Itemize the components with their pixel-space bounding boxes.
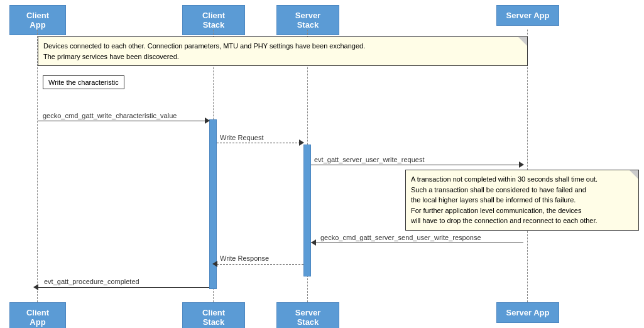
server-app-top-box: Server App [496, 5, 559, 26]
server-stack-bottom-box: Server Stack [276, 302, 339, 328]
connection-note: Devices connected to each other. Connect… [38, 36, 528, 66]
client-stack-top-box: Client Stack [182, 5, 245, 35]
client-stack-bottom-box: Client Stack [182, 302, 245, 328]
arrow6-label: evt_gatt_procedure_completed [44, 278, 139, 285]
client-app-bottom-box: Client App [9, 302, 66, 328]
arrow1-head [205, 118, 210, 124]
client-app-lifeline [37, 30, 38, 302]
timeout-note: A transaction not completed within 30 se… [405, 170, 639, 231]
write-label-box: Write the characteristic [43, 75, 124, 89]
server-app-lifeline [527, 30, 528, 302]
arrow6-head [33, 284, 38, 290]
arrow2-line [217, 143, 303, 143]
arrow4-line [311, 243, 523, 243]
arrow6-line [38, 287, 209, 288]
arrow3-line [311, 165, 523, 165]
arrow5-label: Write Response [220, 254, 269, 262]
arrow4-head [311, 239, 316, 246]
arrow1-line [38, 121, 209, 121]
arrow2-head [299, 139, 304, 146]
arrow4-label: gecko_cmd_gatt_server_send_user_write_re… [320, 234, 481, 241]
arrow2-label: Write Request [220, 134, 264, 141]
server-app-bottom-box: Server App [496, 302, 559, 323]
client-app-top-box: Client App [9, 5, 66, 35]
server-stack-top-box: Server Stack [276, 5, 339, 35]
arrow5-line [217, 264, 303, 265]
server-stack-activation [303, 145, 311, 276]
arrow5-head [212, 261, 217, 267]
arrow3-head [519, 161, 524, 168]
arrow1-label: gecko_cmd_gatt_write_characteristic_valu… [43, 112, 177, 119]
arrow3-label: evt_gatt_server_user_write_request [314, 156, 424, 163]
